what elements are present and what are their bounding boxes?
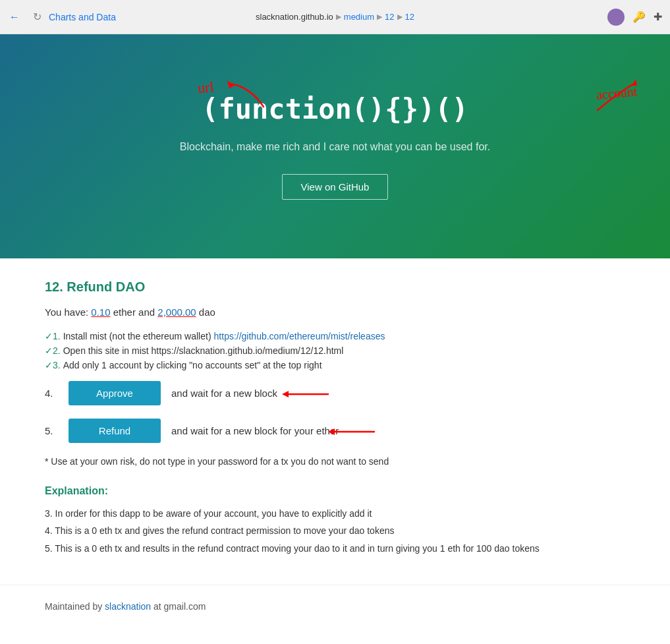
footer-prefix: Maintained by (45, 601, 102, 612)
step5-num: 5. (45, 425, 58, 436)
you-have-label: You have: (45, 307, 88, 318)
step5-desc: and wait for a new block for your ether (171, 425, 339, 436)
key-icon[interactable]: 🔑 (632, 11, 646, 23)
url-part-12a: 12 (385, 12, 394, 22)
svg-marker-3 (328, 428, 335, 435)
checklist: ✓1. Install mist (not the ethereum walle… (45, 331, 625, 370)
step4-desc: and wait for a new block (171, 388, 277, 399)
disclaimer: * Use at your own risk, do not type in y… (45, 456, 625, 467)
hero-title: (function(){})() (202, 93, 468, 125)
url-domain: slacknation.github.io (256, 12, 333, 22)
section-title: 12. Refund DAO (45, 279, 625, 295)
hero-subtitle: Blockchain, make me rich and I care not … (180, 141, 490, 153)
approve-arrow (275, 378, 341, 411)
check-icon-1: ✓1. (45, 331, 61, 341)
browser-bar: ← ↻ Charts and Data slacknation.github.i… (0, 0, 670, 34)
url-bar: slacknation.github.io ▶ medium ▶ 12 ▶ 12 (256, 12, 414, 22)
avatar[interactable] (607, 9, 625, 26)
step3-text: Add only 1 account by clicking "no accou… (63, 360, 322, 370)
url-sep-3: ▶ (397, 13, 403, 21)
svg-marker-0 (227, 80, 234, 88)
url-sep-1: ▶ (336, 13, 341, 21)
explanation-line-2: 4. This is a 0 eth tx and gives the refu… (45, 523, 625, 538)
list-item: ✓3. Add only 1 account by clicking "no a… (45, 360, 625, 370)
explanation-line-1: 3. In order for this dapp to be aware of… (45, 506, 625, 521)
dao-value: 2,000.00 (157, 307, 196, 318)
ether-label: ether and (113, 307, 155, 318)
ether-value: 0.10 (91, 307, 110, 318)
hero-section: url account (function(){})() Blockchain,… (0, 34, 670, 258)
check-icon-2: ✓2. (45, 345, 61, 356)
list-item: ✓2. Open this site in mist https://slack… (45, 345, 625, 356)
url-part-medium: medium (344, 12, 374, 22)
approve-button[interactable]: Approve (69, 381, 161, 405)
plus-icon[interactable]: ✚ (654, 11, 662, 23)
svg-marker-1 (632, 79, 637, 86)
footer: Maintained by slacknation at gmail.com (0, 585, 670, 628)
explanation-line-3: 5. This is a 0 eth tx and results in the… (45, 541, 625, 556)
list-item: ✓1. Install mist (not the ethereum walle… (45, 331, 625, 341)
step2-text: Open this site in mist https://slacknati… (63, 345, 344, 356)
brand-title: Charts and Data (49, 12, 116, 22)
svg-marker-2 (282, 391, 289, 397)
url-part-12b: 12 (405, 12, 414, 22)
you-have-line: You have: 0.10 ether and 2,000.00 dao (45, 307, 625, 318)
back-button[interactable]: ← (8, 11, 21, 24)
step4-num: 4. (45, 388, 58, 399)
url-sep-2: ▶ (377, 13, 382, 21)
refund-arrow (321, 415, 387, 448)
reload-button[interactable]: ↻ (30, 11, 43, 24)
step4-row: 4. Approve and wait for a new block (45, 381, 625, 405)
step1-text: Install mist (not the ethereum wallet) (63, 331, 211, 341)
dao-label: dao (199, 307, 215, 318)
explanation-title: Explanation: (45, 485, 625, 497)
refund-button[interactable]: Refund (69, 419, 161, 443)
check-icon-3: ✓3. (45, 360, 61, 370)
account-arrow (584, 74, 650, 120)
footer-link[interactable]: slacknation (105, 601, 151, 612)
view-github-button[interactable]: View on GitHub (282, 174, 389, 200)
mist-link[interactable]: https://github.com/ethereum/mist/release… (214, 331, 385, 341)
account-annotation: account (596, 84, 638, 102)
step5-row: 5. Refund and wait for a new block for y… (45, 419, 625, 443)
main-content: 12. Refund DAO You have: 0.10 ether and … (0, 258, 670, 585)
footer-suffix: at gmail.com (154, 601, 206, 612)
